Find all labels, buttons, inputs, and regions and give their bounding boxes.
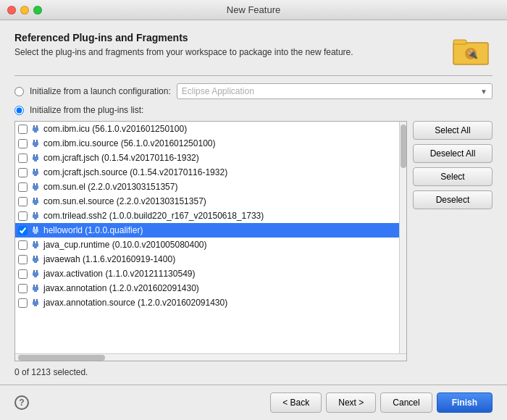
svg-rect-48 [33, 285, 35, 287]
svg-rect-45 [36, 270, 38, 272]
separator [14, 75, 493, 76]
plugin-checkbox[interactable] [18, 168, 28, 177]
plugin-checkbox[interactable] [18, 240, 28, 250]
svg-rect-38 [33, 243, 38, 247]
plugin-icon [30, 240, 41, 250]
header-section: Referenced Plug-ins and Fragments Select… [14, 32, 493, 68]
plugin-checkbox[interactable] [18, 197, 28, 206]
svg-rect-40 [33, 256, 35, 258]
svg-rect-5 [36, 125, 38, 127]
cancel-button[interactable]: Cancel [380, 392, 432, 413]
svg-rect-24 [33, 198, 35, 200]
list-item[interactable]: com.sun.el (2.2.0.v201303151357) [15, 180, 399, 194]
list-item[interactable]: com.sun.el.source (2.2.0.v201303151357) [15, 194, 399, 209]
plugin-checkbox[interactable] [18, 211, 28, 221]
svg-rect-50 [33, 287, 38, 290]
svg-rect-47 [34, 276, 37, 277]
plugin-icon [30, 138, 41, 148]
svg-rect-36 [33, 241, 35, 243]
plugin-name: com.jcraft.jsch.source (0.1.54.v20170116… [43, 167, 227, 177]
plugin-icon [30, 182, 41, 192]
deselect-button[interactable]: Deselect [413, 190, 493, 209]
plugin-checkbox[interactable] [18, 125, 28, 134]
close-button[interactable] [7, 6, 16, 14]
svg-rect-7 [34, 131, 37, 133]
traffic-lights [7, 6, 42, 14]
launch-config-combo[interactable]: Eclipse Application ▼ [177, 83, 493, 99]
list-item[interactable]: com.trilead.ssh2 (1.0.0.build220_r167_v2… [15, 209, 399, 223]
plugin-checkbox[interactable] [18, 182, 28, 192]
plugin-list-radio[interactable] [14, 106, 24, 115]
list-item[interactable]: com.ibm.icu.source (56.1.0.v201601250100… [15, 136, 399, 151]
launch-config-row: Initialize from a launch configuration: … [14, 83, 493, 99]
plugin-name: javax.activation (1.1.0.v201211130549) [43, 269, 195, 279]
plugin-icon [30, 211, 41, 221]
plugin-name: java_cup.runtime (0.10.0.v201005080400) [43, 240, 207, 250]
plugin-checkbox[interactable] [18, 154, 28, 163]
svg-rect-14 [33, 156, 38, 160]
page-description: Select the plug-ins and fragments from y… [14, 46, 442, 59]
list-item[interactable]: javax.annotation (1.2.0.v201602091430) [15, 281, 399, 295]
list-item[interactable]: javax.annotation.source (1.2.0.v20160209… [15, 295, 399, 310]
maximize-button[interactable] [33, 6, 42, 14]
svg-rect-53 [36, 299, 38, 301]
svg-rect-1 [453, 40, 466, 44]
launch-config-radio[interactable] [14, 87, 24, 96]
horizontal-scrollbar[interactable] [15, 353, 406, 361]
nav-buttons: < Back Next > Cancel Finish [270, 392, 493, 413]
plugin-checkbox[interactable] [18, 139, 28, 148]
svg-rect-15 [34, 160, 37, 161]
list-item[interactable]: com.ibm.icu (56.1.0.v201601250100) [15, 122, 399, 136]
list-item[interactable]: com.jcraft.jsch (0.1.54.v20170116-1932) [15, 151, 399, 165]
plugin-checkbox[interactable] [18, 226, 28, 235]
svg-rect-49 [36, 285, 38, 287]
svg-rect-11 [34, 146, 37, 147]
svg-rect-13 [36, 154, 38, 156]
plugin-name: javax.annotation (1.2.0.v201602091430) [43, 283, 199, 293]
plugin-icon [30, 283, 41, 293]
plugin-checkbox[interactable] [18, 298, 28, 308]
plugin-name: com.ibm.icu.source (56.1.0.v201601250100… [43, 138, 215, 148]
plugin-checkbox[interactable] [18, 269, 28, 279]
next-button[interactable]: Next > [326, 392, 376, 413]
plugin-name: javax.annotation.source (1.2.0.v20160209… [43, 298, 227, 308]
svg-rect-33 [36, 227, 38, 229]
vertical-scrollbar[interactable] [399, 122, 406, 353]
chevron-down-icon: ▼ [480, 88, 487, 96]
plugin-list-container: com.ibm.icu (56.1.0.v201601250100) com.i… [14, 121, 407, 361]
launch-config-label: Initialize from a launch configuration: [30, 86, 171, 96]
svg-rect-26 [33, 200, 38, 203]
help-button[interactable]: ? [14, 395, 29, 410]
svg-rect-4 [33, 125, 35, 127]
svg-rect-32 [33, 227, 35, 229]
select-all-button[interactable]: Select All [413, 121, 493, 140]
list-item[interactable]: helloworld (1.0.0.qualifier) [15, 223, 399, 238]
list-item[interactable]: javaewah (1.1.6.v20160919-1400) [15, 252, 399, 266]
list-item[interactable]: com.jcraft.jsch.source (0.1.54.v20170116… [15, 165, 399, 180]
back-button[interactable]: < Back [270, 392, 322, 413]
plugin-checkbox[interactable] [18, 284, 28, 293]
svg-rect-43 [34, 261, 37, 263]
svg-rect-8 [33, 140, 35, 142]
plugin-checkbox[interactable] [18, 255, 28, 264]
svg-rect-12 [33, 154, 35, 156]
plugin-icon [30, 225, 41, 235]
svg-rect-54 [33, 301, 38, 305]
list-item[interactable]: java_cup.runtime (0.10.0.v201005080400) [15, 238, 399, 252]
minimize-button[interactable] [20, 6, 29, 14]
svg-rect-10 [33, 142, 38, 146]
header-text: Referenced Plug-ins and Fragments Select… [14, 32, 442, 59]
action-buttons: Select All Deselect All Select Deselect [413, 121, 493, 361]
list-scroll-wrapper: com.ibm.icu (56.1.0.v201601250100) com.i… [15, 122, 406, 353]
svg-rect-44 [33, 270, 35, 272]
plugin-list[interactable]: com.ibm.icu (56.1.0.v201601250100) com.i… [15, 122, 399, 353]
svg-rect-34 [33, 229, 38, 232]
svg-rect-39 [34, 247, 37, 248]
list-item[interactable]: javax.activation (1.1.0.v201211130549) [15, 266, 399, 281]
plugin-name: com.sun.el.source (2.2.0.v201303151357) [43, 196, 206, 206]
finish-button[interactable]: Finish [437, 392, 493, 413]
plugin-icon [30, 269, 41, 279]
deselect-all-button[interactable]: Deselect All [413, 144, 493, 163]
select-button[interactable]: Select [413, 167, 493, 186]
svg-rect-20 [33, 183, 35, 185]
